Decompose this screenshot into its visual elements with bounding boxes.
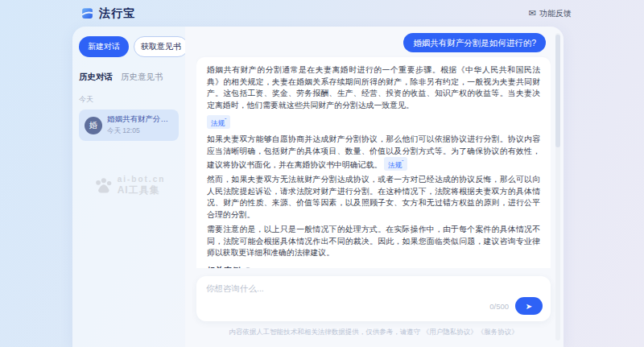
get-opinion-button[interactable]: 获取意见书 — [134, 36, 188, 57]
assistant-answer-card: 婚姻共有财产的分割通常是在夫妻离婚时进行的一个重要步骤。根据《中华人民共和国民法… — [196, 57, 551, 268]
app-container: 新建对话 获取意见书 历史对话 历史意见书 今天 婚 婚姻共有财产分割是如何..… — [72, 27, 564, 347]
tab-history-chats[interactable]: 历史对话 — [79, 72, 113, 83]
answer-paragraph: 婚姻共有财产的分割通常是在夫妻离婚时进行的一个重要步骤。根据《中华人民共和国民法… — [207, 64, 540, 111]
send-icon: ➤ — [526, 302, 532, 311]
conversation-group-label: 今天 — [79, 94, 179, 105]
conversation-avatar: 婚 — [85, 117, 102, 134]
watermark-line2: AI工具集 — [118, 184, 166, 197]
conversation-time: 今天 12:05 — [107, 126, 173, 136]
user-message-bubble: 婚姻共有财产分割是如何进行的? — [403, 33, 546, 52]
watermark-line1: ai-bot.cn — [118, 175, 166, 184]
brand-name: 法行宝 — [99, 6, 135, 21]
answer-paragraph: 如果夫妻双方能够自愿协商并达成财产分割协议，那么他们可以依据协议进行分割。协议内… — [207, 134, 540, 171]
char-counter: 0/500 — [489, 302, 509, 311]
info-icon[interactable]: ? — [244, 267, 252, 268]
tab-history-opinions[interactable]: 历史意见书 — [121, 72, 163, 83]
law-reference-tag[interactable]: 法规ˆ — [207, 115, 230, 129]
scrollbar-thumb[interactable] — [555, 35, 560, 147]
top-bar: 法行宝 ✉ 功能反馈 — [0, 0, 644, 27]
envelope-icon: ✉ — [529, 8, 536, 19]
brand-logo-icon — [80, 6, 94, 20]
law-reference-tag[interactable]: 法规ˆ — [384, 157, 407, 171]
related-cases-title: 相关案例 — [207, 266, 241, 268]
watermark-paw-icon — [93, 177, 114, 195]
watermark: ai-bot.cn AI工具集 — [79, 175, 179, 197]
answer-paragraph: 然而，如果夫妻双方无法就财产分割达成协议，或者一方对已经达成的协议反悔，那么可以… — [207, 174, 540, 221]
send-button[interactable]: ➤ — [515, 297, 543, 315]
chat-input[interactable] — [206, 283, 474, 301]
brand: 法行宝 — [80, 6, 135, 21]
feedback-button[interactable]: ✉ 功能反馈 — [529, 8, 572, 19]
sidebar: 新建对话 获取意见书 历史对话 历史意见书 今天 婚 婚姻共有财产分割是如何..… — [72, 27, 185, 347]
feedback-label: 功能反馈 — [539, 8, 572, 19]
new-chat-button[interactable]: 新建对话 — [79, 36, 129, 57]
history-tabs: 历史对话 历史意见书 — [79, 72, 179, 83]
conversation-list-item[interactable]: 婚 婚姻共有财产分割是如何... 今天 12:05 — [79, 109, 179, 141]
message-list: 婚姻共有财产分割是如何进行的? 婚姻共有财产的分割通常是在夫妻离婚时进行的一个重… — [196, 27, 551, 268]
conversation-title: 婚姻共有财产分割是如何... — [107, 114, 173, 125]
disclaimer-text: 内容依据人工智能技术和相关法律数据提供，仅供参考，请遵守 《用户隐私协议》《服务… — [196, 328, 551, 342]
chat-input-card: 0/500 ➤ — [196, 276, 551, 321]
chat-main: 婚姻共有财产分割是如何进行的? 婚姻共有财产的分割通常是在夫妻离婚时进行的一个重… — [185, 27, 564, 347]
answer-paragraph: 需要注意的是，以上只是一般情况下的处理方式。在实际操作中，由于每个案件的具体情况… — [207, 224, 540, 259]
